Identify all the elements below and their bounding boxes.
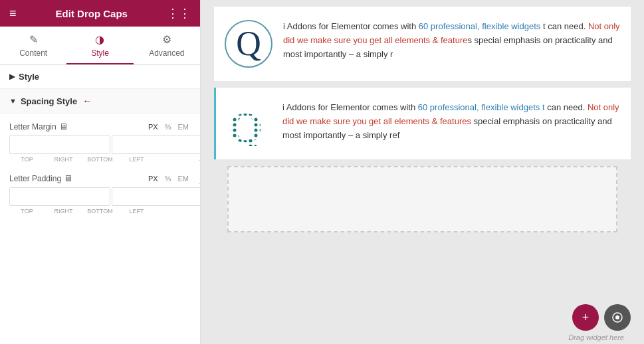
tab-advanced[interactable]: ⚙ Advanced [134,27,200,64]
letter-padding-inputs: 🔗 [9,187,191,206]
panel-header: ≡ Edit Drop Caps ⋮⋮ [0,0,200,27]
padding-sub-labels: TOP RIGHT BOTTOM LEFT [9,208,191,215]
settings-button[interactable] [604,304,631,331]
letter-padding-label: Letter Padding 🖥 [9,173,72,183]
spacing-content: Letter Margin 🖥 PX % EM 🔗 [0,114,200,233]
letter-margin-label: Letter Margin 🖥 [9,122,68,131]
left-panel: ≡ Edit Drop Caps ⋮⋮ ✎ Content ◑ Style ⚙ … [0,0,201,344]
dropcap-polka-svg: Q Q [227,101,272,146]
unit-em-padding[interactable]: EM [176,174,191,183]
monitor-icon-padding: 🖥 [64,173,72,183]
right-panel: Q i Addons for Elementor comes with 60 p… [201,0,644,344]
letter-padding-label-row: Letter Padding 🖥 PX % EM [9,173,191,183]
style-chevron-icon: ▶ [9,72,15,81]
text-intro-1: i Addons for Elementor comes with [283,21,419,31]
panel-content: ▶ Style ▼ Spacing Style ← Letter Margin … [0,65,200,344]
dropcap-block-2: Q Q i Addons for Elementor comes with 60… [214,88,631,159]
letter-padding-group: Letter Padding 🖥 PX % EM 🔗 [9,173,191,215]
padding-top-input[interactable] [9,187,110,206]
text-mid-1: t can need. [540,21,588,31]
padding-bottom-label: BOTTOM [82,208,118,215]
margin-bottom-label: BOTTOM [82,156,118,163]
text-mid-2: can need. [545,102,588,112]
panel-title: Edit Drop Caps [56,8,128,19]
svg-point-4 [615,315,619,319]
margin-link-spacer [156,156,191,163]
spacing-style-section-header[interactable]: ▼ Spacing Style ← [0,89,200,114]
dropcap-text-1: i Addons for Elementor comes with 60 pro… [283,20,620,61]
margin-sub-labels: TOP RIGHT BOTTOM LEFT [9,156,191,163]
margin-right-input[interactable] [112,135,200,154]
drag-widget-label: Drag widget here [568,333,624,341]
text-highlight-blue-1: 60 professional, flexible widgets [419,21,541,31]
unit-em-margin[interactable]: EM [176,122,191,131]
tab-content[interactable]: ✎ Content [0,27,66,64]
dropcap-polka-container: Q Q [227,101,272,146]
letter-padding-units: PX % EM [146,174,191,183]
style-tab-icon: ◑ [95,33,104,46]
letter-margin-inputs: 🔗 [9,135,191,154]
margin-right-label: RIGHT [46,156,81,163]
dropcap-block-1: Q i Addons for Elementor comes with 60 p… [214,7,631,81]
letter-margin-units: PX % EM [146,122,191,131]
padding-link-spacer [156,208,191,215]
text-intro-2: i Addons for Elementor comes with [282,102,418,112]
style-section-header[interactable]: ▶ Style [0,65,200,89]
unit-px-padding[interactable]: PX [146,174,160,183]
svg-text:Q: Q [229,103,263,146]
margin-top-label: TOP [9,156,45,163]
padding-left-label: LEFT [119,208,154,215]
padding-top-label: TOP [9,208,45,215]
unit-percent-padding[interactable]: % [163,174,173,183]
tab-style-label: Style [91,48,109,58]
padding-right-input[interactable] [112,187,200,206]
unit-percent-margin[interactable]: % [163,122,173,131]
dropcap-text-2: i Addons for Elementor comes with 60 pro… [282,101,620,142]
content-tab-icon: ✎ [29,33,38,46]
dropcap-circle-container: Q [225,20,272,68]
dropcap-letter-q-1: Q [236,27,261,61]
tab-style[interactable]: ◑ Style [66,27,133,64]
padding-right-label: RIGHT [46,208,81,215]
canvas-area: Q i Addons for Elementor comes with 60 p… [201,0,644,239]
menu-icon[interactable]: ≡ [9,7,17,21]
add-widget-button[interactable]: + [572,304,599,331]
empty-canvas [227,166,617,232]
text-highlight-blue-2: 60 professional, flexible widgets t [418,102,545,112]
tab-content-label: Content [19,48,47,58]
spacing-chevron-icon: ▼ [9,97,17,105]
style-section-label: Style [19,72,39,82]
grid-icon[interactable]: ⋮⋮ [167,6,191,21]
margin-top-input[interactable] [9,135,110,154]
tabs-row: ✎ Content ◑ Style ⚙ Advanced [0,27,200,65]
spacing-style-label: Spacing Style [21,96,77,106]
arrow-indicator: ← [82,96,92,106]
letter-margin-group: Letter Margin 🖥 PX % EM 🔗 [9,122,191,163]
advanced-tab-icon: ⚙ [162,33,171,46]
margin-left-label: LEFT [119,156,154,163]
letter-margin-label-row: Letter Margin 🖥 PX % EM [9,122,191,131]
monitor-icon-margin: 🖥 [59,122,68,131]
unit-px-margin[interactable]: PX [146,122,160,131]
fab-area: + [572,304,631,331]
tab-advanced-label: Advanced [149,48,184,58]
settings-icon [611,311,624,324]
